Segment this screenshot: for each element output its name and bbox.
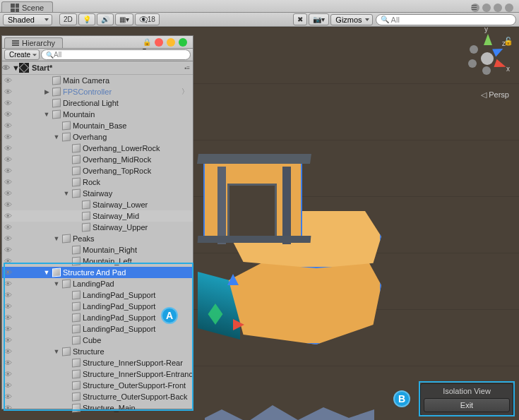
hierarchy-row[interactable]: 👁Stairway_Mid [2,210,193,222]
scene-options-icon[interactable]: ▪≡ [184,65,190,71]
visibility-icon[interactable]: 👁 [2,144,13,152]
visibility-icon[interactable]: 👁 [2,302,13,311]
hierarchy-row[interactable]: 👁Rock [2,176,193,188]
hierarchy-row[interactable]: 👁Structure_OuterSupport-Front [2,380,193,391]
visibility-icon[interactable]: 👁 [2,370,13,378]
hierarchy-tab[interactable]: Hierarchy [4,37,63,48]
visibility-icon[interactable]: 👁 [2,336,13,344]
lighting-toggle-button[interactable]: 💡 [78,13,95,25]
hierarchy-row[interactable]: 👁Structure_Main [2,402,193,414]
hierarchy-row[interactable]: 👁Structurre_OuterSupport-Back [2,391,193,402]
isolation-exit-button[interactable]: Exit [424,398,510,412]
hierarchy-row[interactable]: 👁Overhang_LowerRock [2,143,193,154]
hierarchy-row[interactable]: 👁▼Structure [2,346,193,357]
traffic-dot[interactable] [494,4,502,12]
hierarchy-row[interactable]: 👁Stairway_Lower [2,199,193,210]
scene-tab[interactable]: Scene [1,1,53,12]
hierarchy-row[interactable]: 👁▼Stairway [2,188,193,199]
projection-label[interactable]: ◁ Persp [481,90,509,100]
visibility-icon[interactable]: 👁 [2,110,13,119]
tools-button[interactable]: ✖ [293,13,307,25]
axis-neg-cone-icon[interactable] [482,66,491,75]
hierarchy-row[interactable]: 👁▼Mountain [2,109,193,120]
hierarchy-row[interactable]: 👁Mountain_Right [2,244,193,256]
panel-menu-icon[interactable]: ☰ [471,4,479,12]
zoom-dot[interactable] [179,38,187,47]
visibility-icon[interactable]: 👁 [2,404,13,412]
create-dropdown[interactable]: Create [4,49,40,60]
hierarchy-row[interactable]: 👁LandingPad_Support [2,289,193,301]
hierarchy-row[interactable]: 👁Directional Light [2,97,193,109]
expand-arrow-icon[interactable]: ▼ [53,235,60,242]
visibility-icon[interactable]: 👁 [2,313,13,322]
visibility-icon[interactable]: 👁 [2,359,13,367]
hierarchy-row[interactable]: 👁LandingPad_Support [2,323,193,335]
visibility-icon[interactable]: 👁 [2,246,13,254]
axis-neg-cone-icon[interactable] [470,45,478,54]
expand-arrow-icon[interactable]: ▼ [53,133,60,140]
expand-arrow-icon[interactable]: ▶ [43,88,50,95]
visibility-icon[interactable]: 👁 [2,223,13,232]
visibility-icon[interactable]: 👁 [2,325,13,333]
axis-x-cone-icon[interactable] [494,59,507,71]
expand-arrow-icon[interactable]: ▼ [53,280,60,287]
hierarchy-tree[interactable]: 👁 ▼ Start* ▪≡ 👁Main Camera👁▶FPSControlle… [2,61,193,414]
traffic-dot[interactable] [482,4,491,12]
visibility-icon[interactable]: 👁 [2,291,13,299]
visibility-icon[interactable]: 👁 [2,212,13,220]
hierarchy-row[interactable]: 👁Structure_InnerSupport-Rear [2,357,193,368]
expand-arrow-icon[interactable]: ▼ [43,269,50,276]
visibility-icon[interactable]: 👁 [2,155,13,164]
visibility-icon[interactable]: 👁 [2,133,13,141]
hierarchy-row[interactable]: 👁Overhang_TopRock [2,165,193,176]
transform-gizmo-x[interactable] [233,319,244,330]
gizmo-center[interactable] [481,52,494,65]
hierarchy-row[interactable]: 👁▶FPSController〉 [2,86,193,97]
visibility-icon[interactable]: 👁 [2,76,13,85]
fx-dropdown[interactable]: ▦▾ [115,13,133,25]
gizmos-dropdown[interactable]: Gizmos [330,14,372,25]
hierarchy-row[interactable]: 👁Overhang_MidRock [2,154,193,165]
render-mode-dropdown[interactable]: Shaded [3,14,52,25]
hierarchy-row[interactable]: 👁▼Peaks [2,233,193,244]
visibility-icon[interactable]: 👁 [2,99,13,107]
axis-neg-cone-icon[interactable] [468,59,477,68]
expand-arrow-icon[interactable]: ▼ [53,348,60,355]
hierarchy-row[interactable]: 👁▼Overhang [2,131,193,143]
2d-toggle-button[interactable]: 2D [59,13,77,25]
visibility-icon[interactable]: 👁 [2,200,13,209]
axis-y-cone-icon[interactable] [484,34,492,45]
visibility-icon[interactable]: 👁 [2,189,13,198]
audio-toggle-button[interactable]: 🔊 [97,13,114,25]
visibility-icon[interactable]: 👁 [2,392,13,401]
camera-button[interactable]: 📷▾ [309,13,329,25]
lock-icon[interactable]: 🔓 [503,37,513,46]
hierarchy-row[interactable]: 👁Cube [2,335,193,346]
hierarchy-row[interactable]: 👁▼LandingPad [2,278,193,289]
visibility-icon[interactable]: 👁 [2,234,13,243]
visibility-icon[interactable]: 👁 [2,121,13,130]
hidden-toggle-button[interactable]: 👁‍🗨 18 [135,13,160,25]
hierarchy-search-input[interactable]: 🔍All [41,49,191,60]
lock-icon[interactable]: 🔒▾ [143,38,151,47]
scene-root-row[interactable]: 👁 ▼ Start* ▪≡ [2,61,193,75]
minimize-dot[interactable] [167,38,175,47]
hierarchy-row[interactable]: 👁Stairway_Upper [2,222,193,233]
scene-search-input[interactable]: 🔍All [376,14,516,25]
hierarchy-row[interactable]: 👁Main Camera [2,75,193,86]
traffic-dot[interactable] [505,4,513,12]
visibility-icon[interactable]: 👁 [2,280,13,288]
transform-gizmo-y[interactable] [227,274,239,285]
visibility-icon[interactable]: 👁 [2,88,13,96]
close-dot[interactable] [155,38,163,47]
visibility-icon[interactable]: 👁 [2,167,13,175]
hierarchy-row[interactable]: 👁Mountain_Left [2,256,193,267]
visibility-icon[interactable]: 👁 [2,178,13,186]
hierarchy-row[interactable]: 👁▼Structure And Pad [2,267,193,278]
hierarchy-row[interactable]: 👁Mountain_Base [2,120,193,131]
expand-arrow-icon[interactable]: ▼ [43,111,50,118]
hierarchy-row[interactable]: 👁Structure_InnerSupport-Entranc [2,368,193,380]
expand-arrow-icon[interactable]: ▼ [63,190,70,197]
visibility-icon[interactable]: 👁 [2,268,13,277]
visibility-icon[interactable]: 👁 [2,257,13,265]
